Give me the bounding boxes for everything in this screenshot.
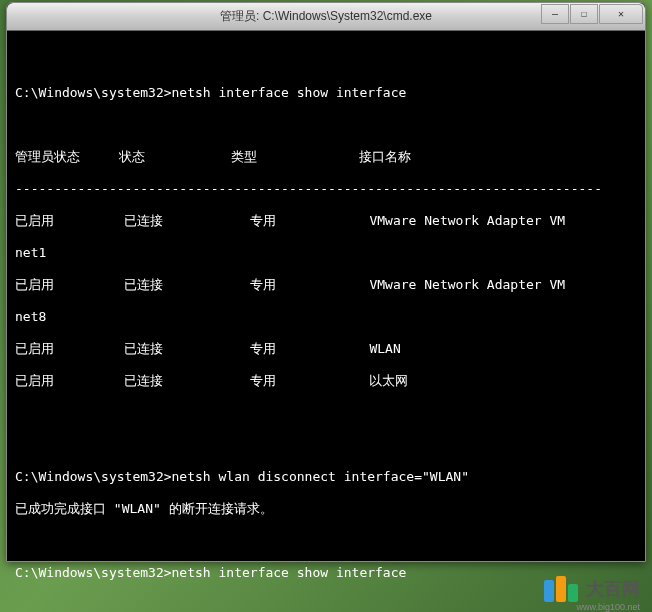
cmd-line-2: C:\Windows\system32>netsh wlan disconnec…: [15, 469, 637, 485]
window-title: 管理员: C:\Windows\System32\cmd.exe: [220, 8, 432, 25]
line-blank: [15, 117, 637, 133]
table-row: 已启用 已连接 专用 WLAN: [15, 341, 637, 357]
watermark-url: www.big100.net: [576, 602, 640, 612]
watermark-text: 大百网: [586, 577, 640, 601]
table-row: 已启用 已连接 专用 以太网: [15, 373, 637, 389]
line-blank: [15, 53, 637, 69]
window-controls: — ☐ ✕: [541, 4, 643, 24]
line-blank: [15, 533, 637, 549]
line-blank: [15, 437, 637, 453]
cmd-line-1: C:\Windows\system32>netsh interface show…: [15, 85, 637, 101]
table-header: 管理员状态 状态 类型 接口名称: [15, 149, 637, 165]
terminal-output[interactable]: C:\Windows\system32>netsh interface show…: [7, 31, 645, 612]
maximize-button[interactable]: ☐: [570, 4, 598, 24]
divider: ----------------------------------------…: [15, 181, 637, 197]
minimize-button[interactable]: —: [541, 4, 569, 24]
close-button[interactable]: ✕: [599, 4, 643, 24]
table-row: 已启用 已连接 专用 VMware Network Adapter VM: [15, 277, 637, 293]
table-row-sub: net8: [15, 309, 637, 325]
table-row: 已启用 已连接 专用 VMware Network Adapter VM: [15, 213, 637, 229]
titlebar[interactable]: 管理员: C:\Windows\System32\cmd.exe — ☐ ✕: [7, 3, 645, 31]
watermark-logo-icon: [544, 576, 578, 602]
cmd-window: 管理员: C:\Windows\System32\cmd.exe — ☐ ✕ C…: [6, 2, 646, 562]
output-msg: 已成功完成接口 "WLAN" 的断开连接请求。: [15, 501, 637, 517]
table-row-sub: net1: [15, 245, 637, 261]
watermark: 大百网: [544, 576, 640, 602]
line-blank: [15, 405, 637, 421]
